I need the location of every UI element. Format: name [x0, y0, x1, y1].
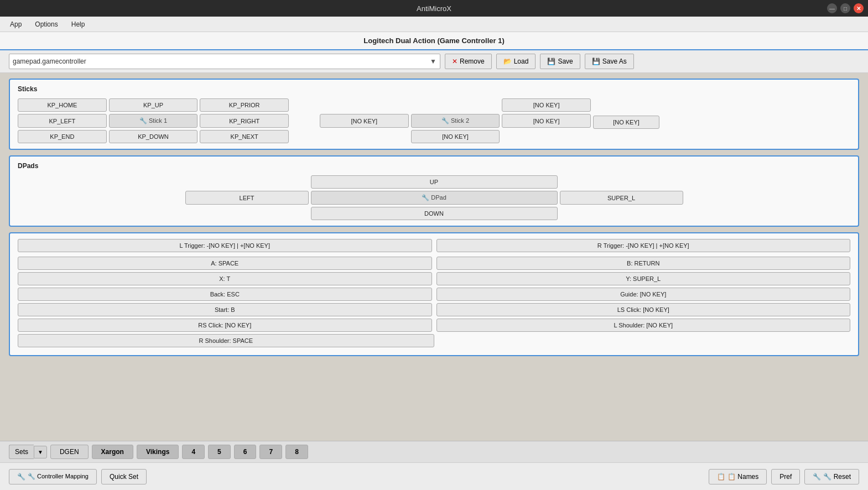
titlebar-controls: — □ ✕	[827, 3, 864, 13]
dpad-down-button[interactable]: DOWN	[311, 207, 558, 220]
names-icon: 📋	[717, 473, 725, 481]
sets-button[interactable]: Sets	[9, 445, 34, 459]
dropdown-arrow-icon[interactable]: ▼	[430, 58, 436, 65]
stick1-center[interactable]: 🔧 Stick 1	[109, 114, 198, 128]
r-trigger-button[interactable]: R Trigger: -[NO KEY] | +[NO KEY]	[436, 239, 851, 252]
status-left: 🔧 🔧 Controller Mapping Quick Set	[9, 469, 147, 484]
profile-value: gamepad.gamecontroller	[13, 58, 430, 65]
menu-help[interactable]: Help	[66, 19, 91, 30]
stick1-top-right[interactable]: KP_PRIOR	[200, 98, 289, 112]
wrench-icon: 🔧	[17, 473, 25, 481]
load-icon: 📂	[503, 58, 512, 65]
stick1-top-left[interactable]: KP_HOME	[18, 98, 107, 112]
l-shoulder-button[interactable]: L Shoulder: [NO KEY]	[436, 319, 851, 332]
rs-lshoulder-row: RS Click: [NO KEY] L Shoulder: [NO KEY]	[18, 319, 850, 332]
controller-header: Logitech Dual Action (Game Controller 1)	[0, 32, 868, 50]
tab-xargon[interactable]: Xargon	[92, 445, 133, 459]
stick1-bot-left[interactable]: KP_END	[18, 130, 107, 143]
stick2-bot-mid[interactable]: [NO KEY]	[411, 130, 500, 143]
tab-4[interactable]: 4	[182, 445, 205, 459]
menu-app[interactable]: App	[4, 19, 27, 30]
triggers-row: L Trigger: -[NO KEY] | +[NO KEY] R Trigg…	[18, 239, 850, 254]
remove-button[interactable]: ✕ Remove	[445, 54, 492, 69]
r-shoulder-button[interactable]: R Shoulder: SPACE	[18, 334, 434, 347]
stick2-block: [NO KEY] [NO KEY] 🔧 Stick 2 [NO KEY] [NO…	[320, 98, 591, 143]
reset-button[interactable]: 🔧 🔧 Reset	[804, 469, 859, 484]
stick1-bot-right[interactable]: KP_NEXT	[200, 130, 289, 143]
bottom-tabs-bar: Sets ▼ DGEN Xargon Vikings 4 5 6 7 8	[0, 441, 868, 462]
dpad-spacer-tr	[560, 175, 683, 189]
stick2-mid-left[interactable]: [NO KEY]	[320, 114, 409, 128]
save-icon: 💾	[547, 58, 555, 65]
ab-row: A: SPACE B: RETURN	[18, 257, 850, 270]
quick-set-button[interactable]: Quick Set	[101, 469, 147, 484]
dpad-center-button[interactable]: 🔧 DPad	[311, 191, 558, 205]
ls-click-button[interactable]: LS Click: [NO KEY]	[436, 303, 851, 316]
buttons-section: L Trigger: -[NO KEY] | +[NO KEY] R Trigg…	[9, 232, 859, 356]
stick2-mid-right[interactable]: [NO KEY]	[502, 114, 591, 128]
start-ls-row: Start: B LS Click: [NO KEY]	[18, 303, 850, 316]
tab-6[interactable]: 6	[234, 445, 257, 459]
stick1-bot-mid[interactable]: KP_DOWN	[109, 130, 198, 143]
dpad-left-button[interactable]: LEFT	[185, 191, 309, 205]
names-button[interactable]: 📋 📋 Names	[709, 469, 767, 484]
dpad-right-button[interactable]: SUPER_L	[560, 191, 683, 205]
stick1-block: KP_HOME KP_UP KP_PRIOR KP_LEFT 🔧 Stick 1…	[18, 98, 289, 143]
start-button[interactable]: Start: B	[18, 303, 432, 316]
x-button[interactable]: X: T	[18, 272, 432, 285]
stick1-mid-left[interactable]: KP_LEFT	[18, 114, 107, 128]
a-button[interactable]: A: SPACE	[18, 257, 432, 270]
tab-8[interactable]: 8	[285, 445, 308, 459]
pref-button[interactable]: Pref	[771, 469, 800, 484]
tab-5[interactable]: 5	[208, 445, 231, 459]
y-button[interactable]: Y: SUPER_L	[436, 272, 851, 285]
controller-mapping-button[interactable]: 🔧 🔧 Controller Mapping	[9, 469, 97, 484]
sticks-area: KP_HOME KP_UP KP_PRIOR KP_LEFT 🔧 Stick 1…	[18, 98, 850, 143]
stick2-area: [NO KEY] [NO KEY] 🔧 Stick 2 [NO KEY] [NO…	[320, 98, 659, 143]
dpad-spacer-bl	[185, 207, 309, 220]
l-trigger-button[interactable]: L Trigger: -[NO KEY] | +[NO KEY]	[18, 239, 432, 252]
stick1-mid-right[interactable]: KP_RIGHT	[200, 114, 289, 128]
dpad-grid: UP LEFT 🔧 DPad SUPER_L DOWN	[185, 175, 683, 220]
tab-vikings[interactable]: Vikings	[137, 445, 179, 459]
dpad-spacer-br	[560, 207, 683, 220]
guide-button[interactable]: Guide: [NO KEY]	[436, 288, 851, 301]
xy-row: X: T Y: SUPER_L	[18, 272, 850, 285]
status-right: 📋 📋 Names Pref 🔧 🔧 Reset	[709, 469, 859, 484]
dpads-section: DPads UP LEFT 🔧 DPad SUPER_L DOWN	[9, 155, 859, 227]
sets-wrapper: Sets ▼	[9, 445, 47, 459]
save-as-icon: 💾	[592, 58, 600, 65]
status-bar: 🔧 🔧 Controller Mapping Quick Set 📋 📋 Nam…	[0, 462, 868, 490]
back-button[interactable]: Back: ESC	[18, 288, 432, 301]
r-shoulder-row: R Shoulder: SPACE	[18, 334, 850, 347]
controller-name: Logitech Dual Action (Game Controller 1)	[363, 37, 504, 45]
stick2-center[interactable]: 🔧 Stick 2	[411, 114, 500, 128]
stick2-top-right[interactable]: [NO KEY]	[502, 98, 591, 112]
close-button[interactable]: ✕	[854, 3, 864, 13]
load-button[interactable]: 📂 Load	[496, 54, 536, 69]
remove-icon: ✕	[452, 58, 458, 65]
tab-7[interactable]: 7	[259, 445, 282, 459]
sticks-section: Sticks KP_HOME KP_UP KP_PRIOR KP_LEFT 🔧 …	[9, 79, 859, 150]
titlebar: AntiMicroX — □ ✕	[0, 0, 868, 17]
rs-click-button[interactable]: RS Click: [NO KEY]	[18, 319, 432, 332]
dpad-up-button[interactable]: UP	[311, 175, 558, 189]
tab-dgen[interactable]: DGEN	[50, 445, 89, 459]
stick1-top-mid[interactable]: KP_UP	[109, 98, 198, 112]
maximize-button[interactable]: □	[840, 3, 850, 13]
back-guide-row: Back: ESC Guide: [NO KEY]	[18, 288, 850, 301]
menubar: App Options Help	[0, 17, 868, 32]
save-as-button[interactable]: 💾 Save As	[585, 54, 634, 69]
profile-bar: gamepad.gamecontroller ▼ ✕ Remove 📂 Load…	[0, 50, 868, 73]
reset-icon: 🔧	[813, 473, 821, 481]
minimize-button[interactable]: —	[827, 3, 837, 13]
sets-dropdown-arrow[interactable]: ▼	[34, 446, 47, 458]
stick2-far-right-btn[interactable]: [NO KEY]	[593, 116, 659, 129]
main-content: Sticks KP_HOME KP_UP KP_PRIOR KP_LEFT 🔧 …	[0, 73, 868, 446]
profile-select-wrapper[interactable]: gamepad.gamecontroller ▼	[9, 54, 440, 69]
b-button[interactable]: B: RETURN	[436, 257, 851, 270]
dpad-spacer-tl	[185, 175, 309, 189]
menu-options[interactable]: Options	[29, 19, 63, 30]
stick2-far-right: [NO KEY]	[593, 98, 659, 129]
save-button[interactable]: 💾 Save	[540, 54, 580, 69]
